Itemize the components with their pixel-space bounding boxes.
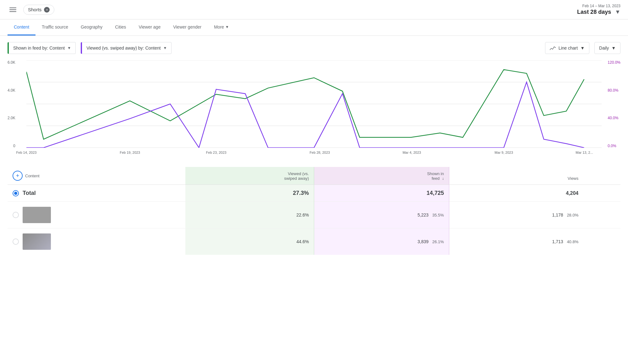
period-label: Daily [599,46,609,51]
tab-more[interactable]: More ▼ [208,19,235,35]
col-header-shown: Shown infeed ↓ [314,167,449,185]
viewed-label: Viewed (vs. swiped away) by: Content [86,46,161,51]
add-column-button[interactable]: + [13,171,23,181]
x-axis-labels: Feb 14, 2023 Feb 19, 2023 Feb 23, 2023 F… [26,148,602,161]
total-label: Total [23,190,36,196]
total-content-cell: Total [8,185,185,202]
x-label-2: Feb 19, 2023 [120,151,140,154]
x-label-1: Feb 14, 2023 [16,151,37,154]
row1-views-pct: 28.0% [567,213,578,217]
row1-views-cell: 1,178 28.0% [449,202,583,228]
row1-extra-cell [583,202,620,228]
line-chart-icon [550,46,556,50]
row1-radio-button[interactable] [13,212,19,218]
table-row: 44.6% 3,839 26.1% 1,713 40.8% [8,228,620,255]
col-header-views: Views [449,167,583,185]
more-chevron-icon: ▼ [225,25,229,29]
total-radio-button[interactable] [13,190,19,196]
top-bar: Shorts × Feb 14 – Mar 13, 2023 Last 28 d… [0,0,628,19]
shown-dropdown-chevron-icon: ▼ [67,46,71,50]
row2-views-cell: 1,713 40.8% [449,228,583,255]
total-row: Total 27.3% 14,725 4,204 [8,185,620,202]
row1-shown-cell: 5,223 35.5% [314,202,449,228]
chart-svg [26,60,602,148]
chart-type-label: Line chart [559,46,578,51]
tab-content[interactable]: Content [8,19,35,35]
y-axis-left: 6.0K 4.0K 2.0K 0 [8,60,18,148]
y-left-label-1: 6.0K [8,60,15,65]
date-range-main: Last 28 days [577,9,611,15]
tab-geography[interactable]: Geography [74,19,109,35]
y-right-label-1: 120.0% [608,60,620,65]
date-range-chevron-icon: ▼ [615,9,620,15]
y-left-label-2: 4.0K [8,88,15,93]
period-chevron-icon: ▼ [611,46,616,51]
date-range-sub: Feb 14 – Mar 13, 2023 [582,4,620,8]
x-label-5: Mar 4, 2023 [402,151,421,154]
total-views-value: 4,204 [566,190,578,196]
filter-chip-close-icon[interactable]: × [44,7,50,13]
chart-area: 6.0K 4.0K 2.0K 0 120.0% 80.0% 40.0% 0.0% [0,60,628,167]
viewed-dropdown-chevron-icon: ▼ [163,46,167,50]
shown-in-feed-dropdown[interactable]: Shown in feed by: Content ▼ [8,42,76,54]
table-row: 22.6% 5,223 35.5% 1,178 28.0% [8,202,620,228]
row2-viewed-value: 44.6% [297,239,309,244]
x-label-7: Mar 13, 2... [576,151,593,154]
shorts-filter-chip[interactable]: Shorts × [23,5,54,15]
period-dropdown[interactable]: Daily ▼ [594,42,620,54]
table-section: + Content Viewed (vs.swiped away) Shown … [0,167,628,255]
date-range-selector[interactable]: Feb 14 – Mar 13, 2023 Last 28 days ▼ [577,4,620,15]
row2-shown-pct: 26.1% [432,239,444,244]
row2-content-cell [8,228,185,255]
chart-type-dropdown[interactable]: Line chart ▼ [545,42,589,54]
chart-container: 6.0K 4.0K 2.0K 0 120.0% 80.0% 40.0% 0.0% [26,60,602,161]
row1-shown-value: 5,223 [418,212,429,217]
total-extra-cell [583,185,620,202]
row2-extra-cell [583,228,620,255]
chart-type-chevron-icon: ▼ [580,46,585,51]
total-views-cell: 4,204 [449,185,583,202]
col-header-content: + Content [8,167,185,185]
x-label-3: Feb 23, 2023 [206,151,227,154]
total-viewed-value: 27.3% [293,190,309,196]
y-left-label-4: 0 [13,144,15,148]
row2-viewed-cell: 44.6% [185,228,314,255]
row1-thumbnail [23,207,51,223]
tabs-bar: Content Traffic source Geography Cities … [0,19,628,36]
sort-icon: ↓ [442,176,444,181]
x-label-4: Feb 28, 2023 [309,151,330,154]
y-right-label-2: 80.0% [608,88,618,93]
row2-radio-button[interactable] [13,238,19,245]
filter-chip-label: Shorts [28,7,41,12]
data-table: + Content Viewed (vs.swiped away) Shown … [8,167,620,255]
x-label-6: Mar 9, 2023 [494,151,513,154]
row1-content-cell [8,202,185,228]
row1-viewed-value: 22.6% [297,212,309,217]
row2-views-value: 1,713 [552,239,563,244]
row1-shown-pct: 35.5% [432,213,444,217]
row2-shown-value: 3,839 [418,239,429,244]
total-shown-cell: 14,725 [314,185,449,202]
y-right-label-3: 40.0% [608,116,618,120]
viewed-dropdown[interactable]: Viewed (vs. swiped away) by: Content ▼ [81,42,172,54]
tab-traffic-source[interactable]: Traffic source [35,19,74,35]
col-header-viewed: Viewed (vs.swiped away) [185,167,314,185]
y-axis-right: 120.0% 80.0% 40.0% 0.0% [605,60,620,148]
hamburger-menu-button[interactable] [8,6,18,14]
shown-in-feed-label: Shown in feed by: Content [13,46,65,51]
y-right-label-4: 0.0% [608,144,616,148]
total-shown-value: 14,725 [427,190,444,196]
total-viewed-cell: 27.3% [185,185,314,202]
row1-views-value: 1,178 [552,212,563,217]
tab-cities[interactable]: Cities [109,19,132,35]
row2-views-pct: 40.8% [567,239,578,244]
tab-viewer-age[interactable]: Viewer age [132,19,167,35]
row2-thumbnail [23,233,51,250]
tab-viewer-gender[interactable]: Viewer gender [167,19,208,35]
y-left-label-3: 2.0K [8,116,15,120]
row1-viewed-cell: 22.6% [185,202,314,228]
controls-row: Shown in feed by: Content ▼ Viewed (vs. … [0,36,628,60]
row2-shown-cell: 3,839 26.1% [314,228,449,255]
col-header-extra [583,167,620,185]
